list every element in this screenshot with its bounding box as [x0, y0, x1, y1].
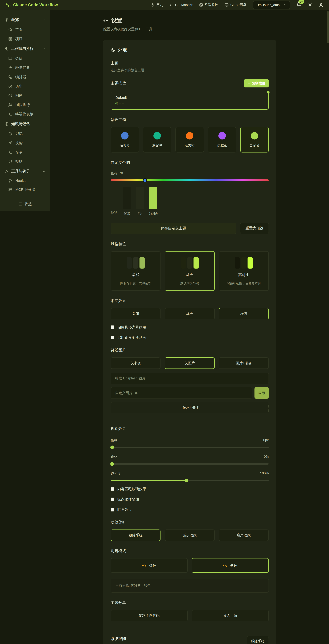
workflow-logo-icon	[6, 2, 11, 8]
terminal-icon	[8, 112, 12, 116]
sidebar-section-knowledge[interactable]: 知识与记忆	[0, 119, 50, 129]
style-swatch	[133, 257, 138, 268]
apply-url-button[interactable]: 应用	[254, 387, 269, 399]
sidebar-item-history[interactable]: 历史	[0, 82, 50, 91]
hover-glow-checkbox[interactable]	[111, 326, 114, 329]
sidebar-item-orchestrator[interactable]: 编排器	[0, 72, 50, 82]
theme-option-classic-blue[interactable]: 经典蓝	[111, 127, 139, 152]
project-path: D:/Claude_dms3	[256, 3, 281, 7]
blur-slider-thumb[interactable]	[110, 446, 114, 449]
sidebar-item-team-execution[interactable]: 团队执行	[0, 100, 50, 110]
bg-gradient-only-button[interactable]: 仅渐变	[111, 358, 161, 369]
gradient-options: 关闭 标准 增强	[111, 308, 269, 320]
style-option-high-contrast[interactable]: 高对比 增强可读性，色彩更鲜明	[219, 251, 269, 291]
sidebar-collapse-button[interactable]: 收起	[0, 198, 50, 211]
custom-image-url-input[interactable]	[111, 387, 252, 399]
hue-slider-thumb[interactable]	[143, 178, 147, 182]
frosted-glass-checkbox-row[interactable]: 内容区毛玻璃效果	[111, 486, 269, 492]
nav-history[interactable]: 历史	[151, 3, 163, 7]
saturation-slider-row: 饱和度 100%	[111, 471, 269, 481]
copy-slot-button[interactable]: 复制槽位	[244, 79, 269, 88]
theme-label: 主题	[111, 60, 269, 66]
gradient-enhanced-button[interactable]: 增强	[219, 308, 269, 320]
sidebar-item-skills[interactable]: 技能	[0, 138, 50, 148]
hover-glow-checkbox-row[interactable]: 启用悬停光晕效果	[111, 325, 269, 330]
theme-swatch	[121, 132, 129, 140]
sidebar-section-overview[interactable]: 概览	[0, 15, 50, 25]
sidebar-item-memory[interactable]: 记忆	[0, 129, 50, 138]
theme-option-custom[interactable]: 自定义	[240, 127, 269, 152]
nav-terminal-monitor[interactable]: 终端监控	[199, 3, 218, 7]
gradient-standard-button[interactable]: 标准	[165, 308, 214, 320]
reset-preset-button[interactable]: 重置为预设	[240, 222, 269, 234]
style-option-soft[interactable]: 柔和 降低饱和度，柔和色彩	[111, 251, 161, 291]
bg-image-gradient-button[interactable]: 图片+渐变	[219, 358, 269, 369]
sidebar-item-hooks[interactable]: Hooks	[0, 176, 50, 185]
preview-swatch	[149, 187, 157, 209]
save-custom-theme-button[interactable]: 保存自定义主题	[111, 222, 236, 234]
user-button[interactable]	[319, 3, 323, 7]
style-option-standard[interactable]: 标准 默认均衡外观	[165, 251, 214, 291]
copy-theme-code-button[interactable]: 复制主题代码	[111, 610, 188, 621]
motion-follow-system-button[interactable]: 跟随系统	[111, 530, 161, 541]
divider	[111, 629, 269, 629]
scrollbar-thumb[interactable]	[327, 11, 328, 43]
frosted-glass-checkbox[interactable]	[111, 487, 114, 491]
blur-slider[interactable]	[111, 447, 269, 448]
theme-slot-default[interactable]: Default 使用中	[111, 92, 269, 110]
page-subtitle: 配置仪表板偏好设置和 CLI 工具	[103, 27, 276, 32]
sidebar-item-light-tasks[interactable]: 轻量任务	[0, 63, 50, 72]
darken-slider[interactable]	[111, 463, 269, 464]
unsplash-search-input[interactable]	[111, 372, 269, 384]
theme-option-elegant-purple[interactable]: 优雅紫	[208, 127, 236, 152]
style-level-label: 风格档位	[111, 241, 269, 247]
theme-option-vibrant-orange[interactable]: 活力橙	[175, 127, 204, 152]
hue-slider[interactable]	[111, 179, 269, 181]
sidebar-item-commands[interactable]: 命令	[0, 148, 50, 157]
sidebar-item-terminal-dashboard[interactable]: 终端仪表板	[0, 110, 50, 119]
vignette-checkbox-row[interactable]: 暗角效果	[111, 507, 269, 512]
bg-animation-checkbox-row[interactable]: 启用背景渐变动画	[111, 335, 269, 340]
dark-mode-button[interactable]: 深色	[192, 558, 269, 573]
gear-icon	[103, 18, 108, 23]
bg-animation-checkbox[interactable]	[111, 336, 114, 340]
sidebar-section-tools[interactable]: 工具与钩子	[0, 166, 50, 176]
notifications-button[interactable]: 9+	[296, 2, 301, 8]
monitor-icon	[225, 3, 229, 7]
import-theme-button[interactable]: 导入主题	[192, 610, 269, 621]
motion-reduce-button[interactable]: 减少动效	[165, 530, 214, 541]
users-icon	[8, 103, 12, 107]
gradient-off-button[interactable]: 关闭	[111, 308, 161, 320]
follow-system-button[interactable]: 跟随系统	[247, 636, 269, 644]
motion-enable-button[interactable]: 启用动效	[219, 530, 269, 541]
nav-cli-viewer[interactable]: CLI 查看器	[225, 3, 247, 7]
sidebar-item-home[interactable]: 首页	[0, 25, 50, 34]
sidebar-item-projects[interactable]: 项目	[0, 34, 50, 44]
bg-image-options: 仅渐变 仅图片 图片+渐变	[111, 358, 269, 369]
sidebar-item-mcp-servers[interactable]: MCP 服务器	[0, 185, 50, 194]
theme-toggle-button[interactable]	[308, 3, 312, 7]
blur-value: 0px	[263, 438, 269, 442]
visual-effects-label: 视觉效果	[111, 426, 269, 431]
sidebar-item-sessions[interactable]: 会话	[0, 54, 50, 63]
sidebar-item-issues[interactable]: 问题	[0, 91, 50, 100]
nav-cli-monitor[interactable]: CLI Monitor	[170, 3, 192, 7]
darken-slider-thumb[interactable]	[110, 462, 114, 466]
upload-local-image-button[interactable]: 上传本地图片	[111, 402, 269, 413]
zap-icon	[8, 66, 12, 70]
saturation-slider-thumb[interactable]	[185, 479, 188, 482]
light-mode-button[interactable]: 浅色	[111, 558, 188, 573]
darken-value: 0%	[264, 455, 269, 459]
noise-texture-checkbox-row[interactable]: 噪点纹理叠加	[111, 497, 269, 502]
theme-option-deep-green[interactable]: 深邃绿	[143, 127, 171, 152]
chevron-down-icon	[284, 4, 286, 6]
noise-texture-checkbox[interactable]	[111, 498, 114, 501]
sidebar-section-workflow[interactable]: 工作流与执行	[0, 44, 50, 54]
hook-icon	[8, 179, 12, 183]
saturation-slider[interactable]	[111, 480, 269, 481]
moon-icon	[223, 563, 227, 568]
project-selector[interactable]: D:/Claude_dms3	[253, 1, 290, 9]
sidebar-item-rules[interactable]: 规则	[0, 157, 50, 166]
vignette-checkbox[interactable]	[111, 508, 114, 512]
bg-image-only-button[interactable]: 仅图片	[165, 358, 214, 369]
